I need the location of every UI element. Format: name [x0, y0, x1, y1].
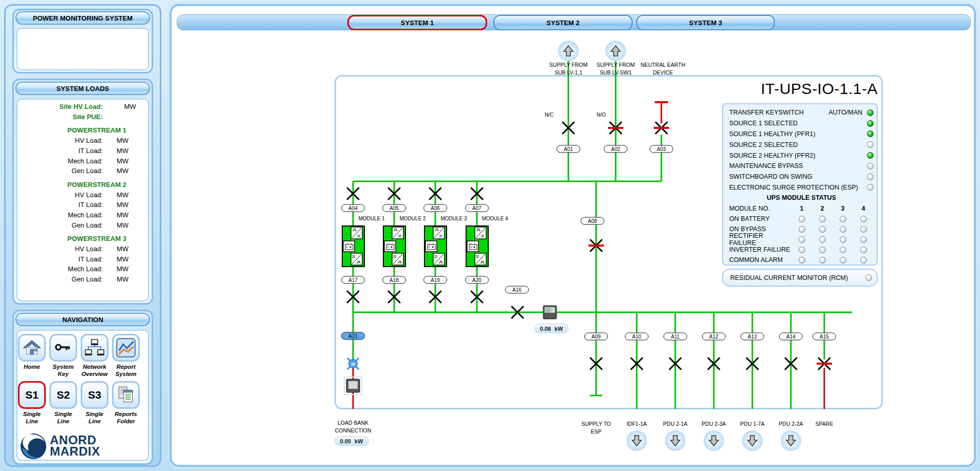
breaker-tag-a17[interactable]: A17 [341, 276, 365, 284]
breaker-tag-a21-selected[interactable]: A21 [341, 332, 365, 340]
bus-meter-kw-badge: 0.08kW [534, 324, 569, 333]
module-2-label: MODULE 2 [395, 215, 431, 223]
circuit-svg: W [0, 0, 980, 471]
ups-module-3[interactable] [424, 226, 447, 267]
breaker-tag-a02[interactable]: A02 [604, 145, 627, 153]
breaker-tag-a08[interactable]: A08 [581, 217, 604, 225]
no-label: N/O [597, 112, 606, 118]
breaker-tag-a19[interactable]: A19 [423, 276, 447, 284]
breaker-tag-a06[interactable]: A06 [423, 204, 447, 212]
breaker-tag-a03[interactable]: A03 [650, 145, 673, 153]
feeder-label-spare: SPARE [801, 420, 847, 428]
load-bank-meter[interactable] [344, 377, 362, 394]
ups-module-2[interactable] [383, 226, 405, 267]
feeder-arrow-idf1-1a[interactable] [626, 430, 647, 451]
module-3-label: MODULE 3 [436, 215, 472, 223]
breaker-tag-a09[interactable]: A09 [584, 333, 608, 341]
breaker-a03-open[interactable] [654, 122, 669, 134]
feeder-arrow-pdu-1-7a[interactable] [742, 430, 763, 451]
load-bank-connection-label: LOAD BANK CONNECTION [325, 419, 381, 434]
breaker-a15-open[interactable] [817, 358, 832, 369]
nc-label: N/C [545, 112, 553, 118]
supply-arrow-sub-lv-sw1[interactable] [605, 41, 626, 61]
breaker-tag-a18[interactable]: A18 [382, 276, 406, 284]
breaker-tag-a07[interactable]: A07 [465, 204, 489, 212]
breaker-tag-a12[interactable]: A12 [702, 333, 726, 341]
feeder-arrow-pdu-2-1a[interactable] [665, 430, 686, 451]
ups-module-1[interactable] [342, 226, 364, 267]
svg-text:W: W [351, 362, 356, 367]
module-4-label: MODULE 4 [477, 215, 513, 223]
feeder-arrow-pdu-2-3a[interactable] [704, 430, 724, 451]
power-monitoring-app: POWER MONITORING SYSTEM SYSTEM LOADS Sit… [0, 0, 980, 471]
breaker-tag-a01[interactable]: A01 [557, 145, 580, 153]
load-bank-kw-badge: 0.00kW [335, 436, 369, 446]
breaker-tag-a16[interactable]: A16 [505, 286, 529, 294]
load-bank-watt-switch[interactable]: W [347, 358, 359, 369]
breaker-tag-a13[interactable]: A13 [741, 333, 764, 341]
breaker-tag-a05[interactable]: A05 [382, 204, 406, 212]
ups-module-4[interactable] [466, 226, 488, 267]
breaker-tag-a11[interactable]: A11 [663, 333, 687, 341]
feeder-arrow-pdu-2-2a[interactable] [781, 430, 801, 451]
module-1-label: MODULE 1 [354, 215, 390, 223]
bus-power-meter[interactable] [543, 306, 557, 319]
supply-to-esp-label: SUPPLY TO ESP [573, 420, 619, 435]
supply-arrow-sub-lv-1-1[interactable] [558, 41, 579, 61]
breaker-tag-a14[interactable]: A14 [779, 333, 803, 341]
neutral-earth-device-label: NEUTRAL EARTH DEVICE [635, 61, 691, 76]
breaker-tag-a04[interactable]: A04 [341, 204, 365, 212]
breaker-tag-a20[interactable]: A20 [465, 276, 489, 284]
breaker-tag-a10[interactable]: A10 [625, 333, 649, 341]
breaker-tag-a15[interactable]: A15 [812, 333, 836, 341]
